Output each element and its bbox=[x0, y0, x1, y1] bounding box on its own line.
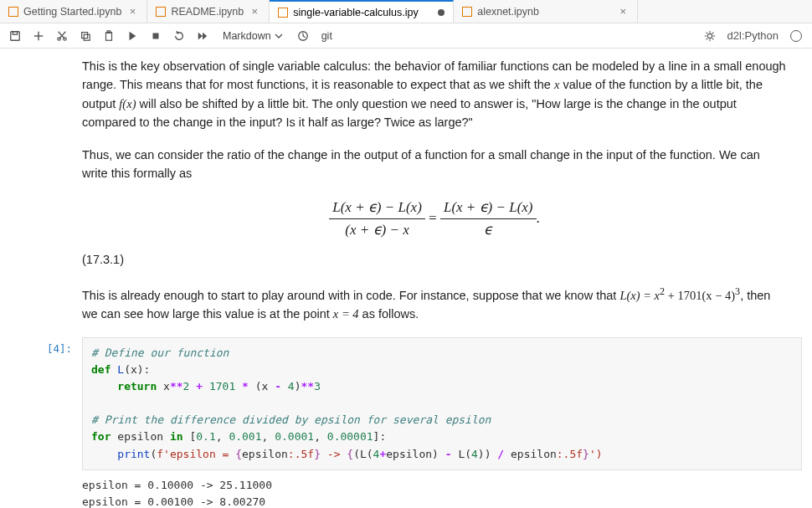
notebook-toolbar: Markdown git d2l:Python bbox=[0, 23, 812, 49]
paragraph: This is already enough to start to play … bbox=[82, 284, 787, 324]
svg-marker-15 bbox=[203, 32, 207, 39]
kernel-status-icon bbox=[790, 30, 802, 42]
chevron-down-icon bbox=[275, 32, 283, 40]
close-icon[interactable]: × bbox=[249, 5, 260, 18]
equation-number: (17.3.1) bbox=[82, 250, 787, 269]
tab-bar: Getting Started.ipynb × README.ipynb × s… bbox=[0, 0, 812, 23]
tab-label: README.ipynb bbox=[171, 6, 244, 18]
close-icon[interactable]: × bbox=[617, 5, 629, 18]
markdown-cell[interactable]: This is the key observation of single va… bbox=[82, 57, 787, 324]
math: x = 4 bbox=[333, 307, 359, 321]
bug-icon[interactable] bbox=[704, 30, 716, 42]
svg-rect-13 bbox=[153, 33, 159, 38]
notebook-area[interactable]: This is the key observation of single va… bbox=[0, 49, 812, 508]
denominator: (x + ϵ) − x bbox=[329, 219, 425, 241]
tab-label: Getting Started.ipynb bbox=[23, 6, 121, 18]
paragraph: This is the key observation of single va… bbox=[82, 57, 787, 132]
notebook-icon bbox=[278, 8, 288, 18]
tab-single-variable-calculus[interactable]: single-variable-calculus.ipy bbox=[270, 0, 454, 23]
add-cell-button[interactable] bbox=[28, 26, 49, 46]
notebook-icon bbox=[8, 7, 18, 17]
restart-button[interactable] bbox=[169, 26, 189, 46]
cell-prompt: [4]: bbox=[10, 337, 82, 470]
run-button[interactable] bbox=[122, 26, 142, 46]
svg-line-26 bbox=[706, 38, 707, 39]
svg-rect-0 bbox=[11, 31, 20, 40]
render-button[interactable] bbox=[293, 26, 313, 46]
text: will also be shifted by a little bit. Th… bbox=[82, 97, 737, 129]
denominator: ϵ bbox=[440, 219, 537, 241]
cell-output: epsilon = 0.10000 -> 25.11000 epsilon = … bbox=[82, 472, 812, 508]
svg-line-27 bbox=[712, 32, 713, 33]
text: as follows. bbox=[359, 307, 419, 321]
math: + 1701(x − 4) bbox=[665, 289, 735, 302]
kernel-name[interactable]: d2l:Python bbox=[727, 29, 779, 42]
svg-point-19 bbox=[707, 33, 712, 38]
cell-type-select[interactable]: Markdown bbox=[216, 30, 290, 42]
tab-label: alexnet.ipynb bbox=[477, 6, 539, 18]
git-button[interactable]: git bbox=[316, 30, 337, 42]
svg-rect-1 bbox=[13, 31, 17, 34]
code-input[interactable]: # Define our function def L(x): return x… bbox=[82, 337, 802, 470]
tab-readme[interactable]: README.ipynb × bbox=[147, 0, 270, 23]
period: . bbox=[537, 210, 540, 226]
close-icon[interactable]: × bbox=[126, 5, 138, 18]
svg-line-25 bbox=[712, 38, 713, 39]
svg-marker-14 bbox=[198, 32, 203, 39]
svg-line-18 bbox=[303, 36, 306, 38]
svg-rect-9 bbox=[84, 34, 90, 40]
equation: L(x + ϵ) − L(x) (x + ϵ) − x = L(x + ϵ) −… bbox=[82, 197, 787, 242]
svg-marker-12 bbox=[130, 31, 136, 40]
math-var: f(x) bbox=[119, 97, 136, 110]
svg-rect-8 bbox=[82, 32, 88, 38]
svg-line-24 bbox=[706, 32, 707, 33]
tab-alexnet[interactable]: alexnet.ipynb × bbox=[454, 0, 638, 23]
equals: = bbox=[429, 210, 440, 226]
paragraph: Thus, we can consider the ratio of the c… bbox=[82, 146, 787, 183]
tab-label: single-variable-calculus.ipy bbox=[293, 7, 418, 18]
math: L(x) = x bbox=[619, 289, 660, 302]
copy-button[interactable] bbox=[75, 26, 95, 46]
code-cell[interactable]: [4]: # Define our function def L(x): ret… bbox=[10, 337, 802, 470]
text: This is already enough to start to play … bbox=[82, 289, 619, 302]
tab-getting-started[interactable]: Getting Started.ipynb × bbox=[0, 0, 147, 23]
save-button[interactable] bbox=[5, 26, 25, 46]
cell-type-label: Markdown bbox=[223, 30, 271, 42]
paste-button[interactable] bbox=[99, 26, 119, 46]
numerator: L(x + ϵ) − L(x) bbox=[440, 197, 537, 219]
run-all-button[interactable] bbox=[193, 26, 213, 46]
notebook-icon bbox=[156, 7, 166, 17]
cut-button[interactable] bbox=[52, 26, 72, 46]
stop-button[interactable] bbox=[146, 26, 166, 46]
numerator: L(x + ϵ) − L(x) bbox=[329, 197, 425, 219]
unsaved-dot-icon bbox=[438, 9, 445, 16]
notebook-icon bbox=[462, 7, 472, 17]
